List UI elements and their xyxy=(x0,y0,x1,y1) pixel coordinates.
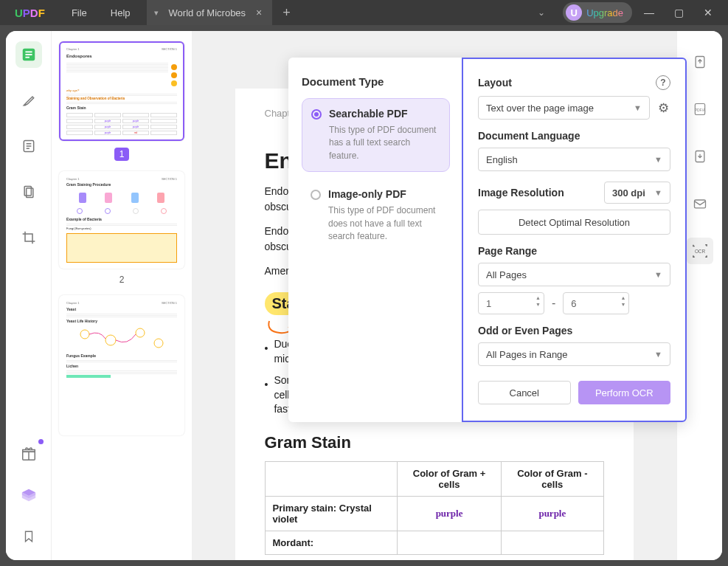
perform-ocr-button[interactable]: Perform OCR xyxy=(578,381,671,404)
app-body: Chapter 1SECTION 1 Endospores why age? S… xyxy=(0,25,728,566)
svg-rect-2 xyxy=(25,54,32,55)
annotate-tool-icon[interactable] xyxy=(15,87,42,114)
ocr-icon[interactable]: OCR xyxy=(687,238,713,264)
thumbnail-page-2[interactable]: Chapter 1SECTION 1 Gram Staining Procedu… xyxy=(59,171,184,269)
menu-help[interactable]: Help xyxy=(99,7,142,18)
svg-point-14 xyxy=(136,328,145,337)
page-tool-icon[interactable] xyxy=(15,179,42,205)
thumbnail-page-3[interactable]: Chapter 1SECTION 1 Yeast Yeast Life Hist… xyxy=(59,295,184,435)
chevron-down-icon: ▼ xyxy=(634,103,642,112)
chevron-down-icon: ▼ xyxy=(654,188,662,197)
svg-text:PDF/A: PDF/A xyxy=(694,108,705,112)
heading-gram-stain: Gram Stain xyxy=(265,433,604,452)
ocr-settings-section: Layout ? Text over the page image▼ ⚙ Doc… xyxy=(462,58,687,422)
mail-icon[interactable] xyxy=(687,190,713,217)
searchable-pdf-option[interactable]: Searchable PDF This type of PDF document… xyxy=(302,98,450,172)
odd-even-heading: Odd or Even Pages xyxy=(478,325,572,337)
layers-icon[interactable] xyxy=(15,482,42,508)
app-logo: UPDF xyxy=(0,7,60,19)
chevron-down-icon: ▼ xyxy=(654,155,662,164)
language-select[interactable]: English▼ xyxy=(478,148,670,171)
menu-file[interactable]: File xyxy=(60,7,99,18)
layout-select[interactable]: Text over the page image▼ xyxy=(478,96,650,120)
close-window-button[interactable]: ✕ xyxy=(696,0,721,25)
page-range-select[interactable]: All Pages▼ xyxy=(478,263,670,286)
page-from-input[interactable]: 1 ▲▼ xyxy=(478,292,544,314)
document-type-heading: Document Type xyxy=(302,75,450,88)
titlebar: UPDF File Help ▾ World of Microbes × + ⌄… xyxy=(0,0,728,25)
page-to-input[interactable]: 6 ▲▼ xyxy=(563,292,629,314)
resolution-heading: Image Resolution xyxy=(478,187,564,199)
left-toolbar xyxy=(6,31,52,560)
help-icon[interactable]: ? xyxy=(656,75,670,90)
odd-even-select[interactable]: All Pages in Range▼ xyxy=(478,342,670,366)
crop-tool-icon[interactable] xyxy=(15,224,42,251)
ocr-doc-type-section: Document Type Searchable PDF This type o… xyxy=(288,58,462,422)
spinner-icons[interactable]: ▲▼ xyxy=(620,295,625,307)
language-heading: Document Language xyxy=(478,130,580,142)
ocr-panel: Document Type Searchable PDF This type o… xyxy=(288,58,687,422)
chevron-down-icon: ▼ xyxy=(654,350,662,359)
export-icon[interactable] xyxy=(687,49,713,75)
upgrade-label: Upgrade xyxy=(586,7,623,18)
tab-close-icon[interactable]: × xyxy=(256,7,262,18)
pin-icon: ▾ xyxy=(154,8,159,18)
detect-resolution-button[interactable]: Detect Optimal Resolution xyxy=(478,210,670,235)
tab-title: World of Microbes xyxy=(169,7,246,18)
thumbnail-number-1: 1 xyxy=(114,148,129,161)
gift-icon[interactable] xyxy=(15,441,42,467)
spinner-icons[interactable]: ▲▼ xyxy=(535,295,541,307)
thumbnail-page-1[interactable]: Chapter 1SECTION 1 Endospores why age? S… xyxy=(59,41,184,141)
resolution-select[interactable]: 300 dpi▼ xyxy=(604,182,670,204)
svg-point-12 xyxy=(80,330,89,339)
svg-rect-1 xyxy=(25,51,32,52)
minimize-button[interactable]: ― xyxy=(637,0,662,25)
upgrade-button[interactable]: U Upgrade xyxy=(563,2,632,23)
svg-point-13 xyxy=(105,335,116,345)
document-tab[interactable]: ▾ World of Microbes × xyxy=(147,0,273,25)
range-separator: - xyxy=(552,297,555,310)
cancel-button[interactable]: Cancel xyxy=(478,381,571,404)
form-tool-icon[interactable] xyxy=(15,133,42,159)
gear-icon[interactable]: ⚙ xyxy=(656,100,670,115)
thumbnail-panel: Chapter 1SECTION 1 Endospores why age? S… xyxy=(52,31,192,560)
radio-selected-icon xyxy=(311,109,322,120)
chevron-down-icon: ▼ xyxy=(654,270,662,279)
gram-stain-table: Color of Gram + cellsColor of Gram - cel… xyxy=(265,461,604,555)
reader-tool-icon[interactable] xyxy=(15,41,42,68)
svg-rect-3 xyxy=(25,57,30,58)
tabs-dropdown-icon[interactable]: ⌄ xyxy=(524,7,558,18)
bookmark-icon[interactable] xyxy=(15,523,42,550)
layout-heading: Layout xyxy=(478,77,512,89)
maximize-button[interactable]: ▢ xyxy=(666,0,691,25)
thumbnail-number-2: 2 xyxy=(59,275,184,285)
svg-rect-20 xyxy=(694,200,705,208)
pdfa-icon[interactable]: PDF/A xyxy=(687,96,713,122)
upgrade-badge-icon: U xyxy=(566,4,582,21)
svg-point-15 xyxy=(154,339,163,348)
save-icon[interactable] xyxy=(687,143,713,170)
add-tab-button[interactable]: + xyxy=(272,5,301,21)
image-only-pdf-option[interactable]: Image-only PDF This type of PDF document… xyxy=(302,179,450,252)
svg-text:OCR: OCR xyxy=(694,249,705,254)
radio-unselected-icon xyxy=(311,190,321,200)
workspace: Chapter 1SECTION 1 Endospores why age? S… xyxy=(6,31,722,560)
page-range-heading: Page Range xyxy=(478,245,537,257)
